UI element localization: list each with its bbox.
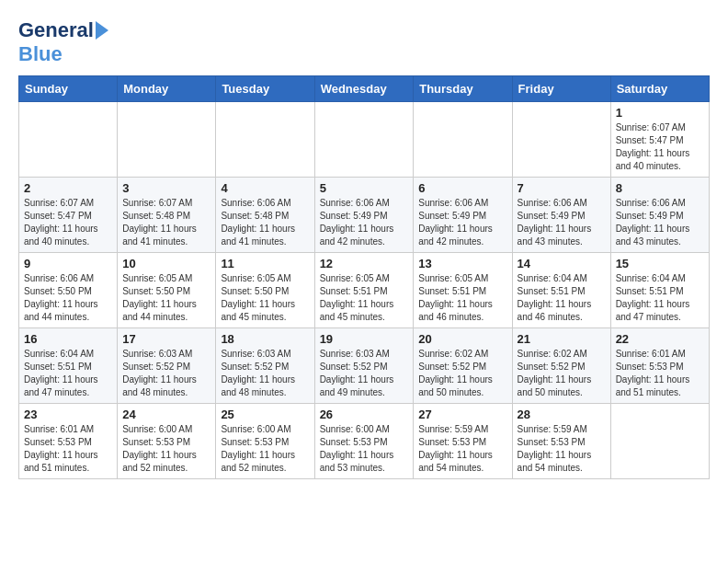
day-number: 22 xyxy=(616,332,704,346)
day-info: Sunrise: 6:06 AM Sunset: 5:49 PM Dayligh… xyxy=(616,197,704,248)
header-sunday: Sunday xyxy=(19,76,118,102)
calendar-cell: 9Sunrise: 6:06 AM Sunset: 5:50 PM Daylig… xyxy=(19,253,118,328)
day-number: 26 xyxy=(320,408,409,421)
day-info: Sunrise: 6:05 AM Sunset: 5:51 PM Dayligh… xyxy=(320,272,409,324)
day-number: 13 xyxy=(418,257,506,270)
day-number: 3 xyxy=(122,181,210,195)
day-number: 6 xyxy=(418,181,506,195)
day-number: 8 xyxy=(616,181,704,195)
day-number: 21 xyxy=(518,332,606,346)
day-info: Sunrise: 6:03 AM Sunset: 5:52 PM Dayligh… xyxy=(320,348,409,399)
calendar-cell: 13Sunrise: 6:05 AM Sunset: 5:51 PM Dayli… xyxy=(414,253,512,328)
day-info: Sunrise: 6:06 AM Sunset: 5:49 PM Dayligh… xyxy=(418,197,506,248)
calendar-cell: 19Sunrise: 6:03 AM Sunset: 5:52 PM Dayli… xyxy=(314,328,414,404)
day-number: 5 xyxy=(320,181,409,195)
day-info: Sunrise: 6:00 AM Sunset: 5:53 PM Dayligh… xyxy=(221,423,309,475)
day-number: 12 xyxy=(320,257,409,270)
day-number: 16 xyxy=(24,332,112,346)
day-number: 28 xyxy=(518,408,606,421)
day-number: 24 xyxy=(122,408,210,421)
logo: General Blue xyxy=(18,18,108,66)
day-info: Sunrise: 6:02 AM Sunset: 5:52 PM Dayligh… xyxy=(418,348,506,399)
day-number: 4 xyxy=(221,181,309,195)
calendar-cell xyxy=(414,102,512,178)
day-number: 23 xyxy=(24,408,112,421)
day-info: Sunrise: 6:04 AM Sunset: 5:51 PM Dayligh… xyxy=(616,272,704,324)
day-number: 11 xyxy=(221,257,309,270)
calendar-cell: 10Sunrise: 6:05 AM Sunset: 5:50 PM Dayli… xyxy=(118,253,216,328)
calendar-table: SundayMondayTuesdayWednesdayThursdayFrid… xyxy=(18,75,710,479)
calendar-cell: 28Sunrise: 5:59 AM Sunset: 5:53 PM Dayli… xyxy=(512,404,610,479)
calendar-cell: 2Sunrise: 6:07 AM Sunset: 5:47 PM Daylig… xyxy=(19,178,118,253)
day-info: Sunrise: 5:59 AM Sunset: 5:53 PM Dayligh… xyxy=(518,423,606,475)
day-info: Sunrise: 6:01 AM Sunset: 5:53 PM Dayligh… xyxy=(24,423,112,475)
day-info: Sunrise: 6:02 AM Sunset: 5:52 PM Dayligh… xyxy=(518,348,606,399)
header-monday: Monday xyxy=(118,76,216,102)
day-info: Sunrise: 6:04 AM Sunset: 5:51 PM Dayligh… xyxy=(518,272,606,324)
calendar-cell: 20Sunrise: 6:02 AM Sunset: 5:52 PM Dayli… xyxy=(414,328,512,404)
calendar-cell: 18Sunrise: 6:03 AM Sunset: 5:52 PM Dayli… xyxy=(216,328,314,404)
calendar-cell: 14Sunrise: 6:04 AM Sunset: 5:51 PM Dayli… xyxy=(512,253,610,328)
day-info: Sunrise: 6:00 AM Sunset: 5:53 PM Dayligh… xyxy=(122,423,210,475)
calendar-header-row: SundayMondayTuesdayWednesdayThursdayFrid… xyxy=(19,76,710,102)
calendar-cell xyxy=(610,404,709,479)
day-number: 7 xyxy=(518,181,606,195)
day-info: Sunrise: 6:04 AM Sunset: 5:51 PM Dayligh… xyxy=(24,348,112,399)
calendar-week-5: 23Sunrise: 6:01 AM Sunset: 5:53 PM Dayli… xyxy=(19,404,710,479)
day-info: Sunrise: 6:03 AM Sunset: 5:52 PM Dayligh… xyxy=(122,348,210,399)
calendar-cell: 21Sunrise: 6:02 AM Sunset: 5:52 PM Dayli… xyxy=(512,328,610,404)
calendar-cell: 1Sunrise: 6:07 AM Sunset: 5:47 PM Daylig… xyxy=(610,102,709,178)
day-info: Sunrise: 6:06 AM Sunset: 5:48 PM Dayligh… xyxy=(221,197,309,248)
calendar-cell xyxy=(512,102,610,178)
day-number: 10 xyxy=(122,257,210,270)
day-number: 19 xyxy=(320,332,409,346)
day-number: 15 xyxy=(616,257,704,270)
calendar-cell: 7Sunrise: 6:06 AM Sunset: 5:49 PM Daylig… xyxy=(512,178,610,253)
day-number: 18 xyxy=(221,332,309,346)
page-header: General Blue xyxy=(18,18,710,66)
day-info: Sunrise: 6:06 AM Sunset: 5:49 PM Dayligh… xyxy=(518,197,606,248)
logo-blue: Blue xyxy=(18,42,63,66)
day-info: Sunrise: 6:06 AM Sunset: 5:49 PM Dayligh… xyxy=(320,197,409,248)
day-number: 14 xyxy=(518,257,606,270)
day-number: 9 xyxy=(24,257,112,270)
day-number: 17 xyxy=(122,332,210,346)
day-number: 20 xyxy=(418,332,506,346)
header-saturday: Saturday xyxy=(610,76,709,102)
day-info: Sunrise: 6:00 AM Sunset: 5:53 PM Dayligh… xyxy=(320,423,409,475)
calendar-cell: 8Sunrise: 6:06 AM Sunset: 5:49 PM Daylig… xyxy=(610,178,709,253)
calendar-cell xyxy=(118,102,216,178)
calendar-cell xyxy=(19,102,118,178)
calendar-cell: 16Sunrise: 6:04 AM Sunset: 5:51 PM Dayli… xyxy=(19,328,118,404)
day-number: 25 xyxy=(221,408,309,421)
calendar-week-3: 9Sunrise: 6:06 AM Sunset: 5:50 PM Daylig… xyxy=(19,253,710,328)
calendar-week-4: 16Sunrise: 6:04 AM Sunset: 5:51 PM Dayli… xyxy=(19,328,710,404)
day-info: Sunrise: 6:05 AM Sunset: 5:50 PM Dayligh… xyxy=(122,272,210,324)
logo-arrow-icon xyxy=(96,21,108,40)
header-thursday: Thursday xyxy=(414,76,512,102)
day-info: Sunrise: 6:06 AM Sunset: 5:50 PM Dayligh… xyxy=(24,272,112,324)
day-number: 2 xyxy=(24,181,112,195)
day-info: Sunrise: 6:05 AM Sunset: 5:51 PM Dayligh… xyxy=(418,272,506,324)
day-info: Sunrise: 5:59 AM Sunset: 5:53 PM Dayligh… xyxy=(418,423,506,475)
calendar-cell: 12Sunrise: 6:05 AM Sunset: 5:51 PM Dayli… xyxy=(314,253,414,328)
calendar-week-2: 2Sunrise: 6:07 AM Sunset: 5:47 PM Daylig… xyxy=(19,178,710,253)
calendar-cell: 26Sunrise: 6:00 AM Sunset: 5:53 PM Dayli… xyxy=(314,404,414,479)
calendar-week-1: 1Sunrise: 6:07 AM Sunset: 5:47 PM Daylig… xyxy=(19,102,710,178)
calendar-cell: 24Sunrise: 6:00 AM Sunset: 5:53 PM Dayli… xyxy=(118,404,216,479)
day-info: Sunrise: 6:07 AM Sunset: 5:48 PM Dayligh… xyxy=(122,197,210,248)
calendar-cell: 11Sunrise: 6:05 AM Sunset: 5:50 PM Dayli… xyxy=(216,253,314,328)
calendar-cell: 3Sunrise: 6:07 AM Sunset: 5:48 PM Daylig… xyxy=(118,178,216,253)
header-tuesday: Tuesday xyxy=(216,76,314,102)
day-info: Sunrise: 6:01 AM Sunset: 5:53 PM Dayligh… xyxy=(616,348,704,399)
calendar-cell xyxy=(314,102,414,178)
calendar-cell: 23Sunrise: 6:01 AM Sunset: 5:53 PM Dayli… xyxy=(19,404,118,479)
calendar-cell: 6Sunrise: 6:06 AM Sunset: 5:49 PM Daylig… xyxy=(414,178,512,253)
header-wednesday: Wednesday xyxy=(314,76,414,102)
day-info: Sunrise: 6:03 AM Sunset: 5:52 PM Dayligh… xyxy=(221,348,309,399)
day-info: Sunrise: 6:07 AM Sunset: 5:47 PM Dayligh… xyxy=(24,197,112,248)
day-info: Sunrise: 6:05 AM Sunset: 5:50 PM Dayligh… xyxy=(221,272,309,324)
calendar-cell: 22Sunrise: 6:01 AM Sunset: 5:53 PM Dayli… xyxy=(610,328,709,404)
header-friday: Friday xyxy=(512,76,610,102)
day-info: Sunrise: 6:07 AM Sunset: 5:47 PM Dayligh… xyxy=(616,121,704,173)
